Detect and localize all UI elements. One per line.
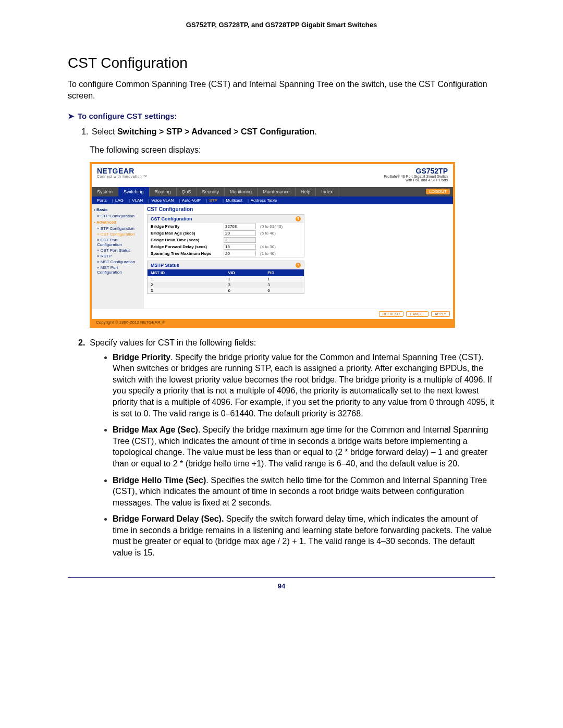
bridge-priority-input[interactable]: 32768 <box>224 224 256 229</box>
screenshot-figure: NETGEARConnect with Innovation ™ GS752TP… <box>90 162 455 328</box>
sidebar-basic[interactable]: • Basic <box>94 206 142 213</box>
tab-security[interactable]: Security <box>197 187 225 196</box>
sidebar-rstp[interactable]: » RSTP <box>94 253 142 259</box>
panel-heading: CST Configuration <box>147 206 450 212</box>
tab-help[interactable]: Help <box>296 187 316 196</box>
action-buttons: REFRESH CANCEL APPLY <box>92 309 453 319</box>
max-hops-input[interactable]: 20 <box>224 251 256 256</box>
tab-monitoring[interactable]: Monitoring <box>225 187 258 196</box>
sidebar-cst-port[interactable]: » CST Port Configuration <box>94 237 142 248</box>
step-1: Select Switching > STP > Advanced > CST … <box>91 126 495 138</box>
sub-tabbar: Ports| LAG| VLAN| Voice VLAN| Auto-VoIP|… <box>92 196 453 204</box>
tab-qos[interactable]: QoS <box>177 187 197 196</box>
tab-switching[interactable]: Switching <box>118 187 150 196</box>
cancel-button[interactable]: CANCEL <box>406 311 428 317</box>
intro-paragraph: To configure Common Spanning Tree (CST) … <box>68 79 495 101</box>
step-1-note: The following screen displays: <box>90 145 495 155</box>
subtab-ports[interactable]: Ports <box>97 198 107 203</box>
tab-routing[interactable]: Routing <box>150 187 177 196</box>
brand-logo: NETGEARConnect with Innovation ™ <box>97 167 147 178</box>
running-header: GS752TP, GS728TP, and GS728TPP Gigabit S… <box>68 21 495 29</box>
subtab-stp[interactable]: STP <box>209 198 217 203</box>
subtab-address-table[interactable]: Address Table <box>251 198 277 203</box>
sidebar-stp-config[interactable]: » STP Configuration <box>94 213 142 219</box>
sidebar-cst-port-status[interactable]: » CST Port Status <box>94 248 142 253</box>
tab-maintenance[interactable]: Maintenance <box>258 187 296 196</box>
section-title: CST Configuration <box>68 55 495 71</box>
subtab-auto-voip[interactable]: Auto-VoIP <box>182 198 201 203</box>
mstp-status-panel: MSTP Status? MST ID VID FID 111 233 366 <box>147 261 304 294</box>
subtab-lag[interactable]: LAG <box>115 198 124 203</box>
cst-config-panel: CST Configuration? Bridge Priority32768(… <box>147 214 304 257</box>
help-icon[interactable]: ? <box>296 216 301 221</box>
sidebar: • Basic » STP Configuration • Advanced »… <box>92 204 144 309</box>
tab-system[interactable]: System <box>92 187 118 196</box>
sidebar-mst-port[interactable]: » MST Port Configuration <box>94 265 142 275</box>
model-label: GS752TP ProSafe® 48-Port Gigabit Smart S… <box>384 167 448 182</box>
chevron-icon: ➤ <box>68 112 75 120</box>
copyright-bar: Copyright © 1996-2012 NETGEAR ® <box>92 319 453 326</box>
main-tabbar: System Switching Routing QoS Security Mo… <box>92 187 453 196</box>
bridge-hello-time-input: 2 <box>224 237 256 243</box>
bridge-forward-delay-input[interactable]: 15 <box>224 244 256 250</box>
bridge-max-age-input[interactable]: 20 <box>224 230 256 236</box>
footer-rule <box>68 577 495 578</box>
sidebar-advanced[interactable]: • Advanced <box>94 219 142 226</box>
page-number: 94 <box>68 582 495 590</box>
tab-index[interactable]: Index <box>316 187 338 196</box>
help-icon[interactable]: ? <box>296 263 301 268</box>
refresh-button[interactable]: REFRESH <box>379 311 403 317</box>
sidebar-stp-config2[interactable]: » STP Configuration <box>94 226 142 231</box>
logout-button[interactable]: LOGOUT <box>426 189 450 194</box>
step-2: 2. Specify values for CST in the followi… <box>78 338 495 348</box>
subtab-voice-vlan[interactable]: Voice VLAN <box>152 198 174 203</box>
field-descriptions: Bridge Priority. Specify the bridge prio… <box>91 352 495 559</box>
sidebar-mst-config[interactable]: » MST Configuration <box>94 259 142 265</box>
subtab-vlan[interactable]: VLAN <box>132 198 143 203</box>
apply-button[interactable]: APPLY <box>431 311 450 317</box>
sidebar-cst-config[interactable]: » CST Configuration <box>94 231 142 237</box>
subtab-multicast[interactable]: Multicast <box>226 198 242 203</box>
procedure-heading: ➤To configure CST settings: <box>68 112 495 121</box>
